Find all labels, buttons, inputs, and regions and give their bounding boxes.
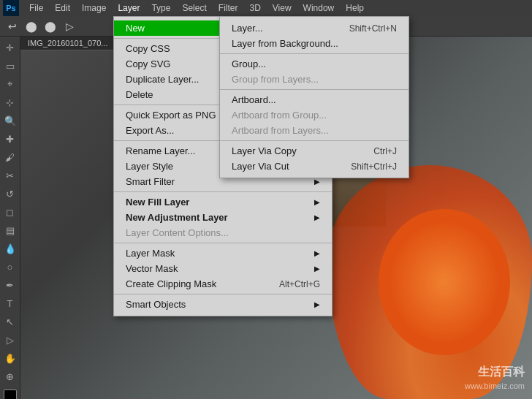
layer-menu-clipping-mask[interactable]: Create Clipping Mask Alt+Ctrl+G — [114, 276, 332, 292]
smart-objects-arrow-icon: ▶ — [314, 300, 320, 308]
sub-layer-via-cut-label: Layer Via Cut — [232, 161, 289, 172]
tool-brush[interactable]: 🖌 — [1, 149, 19, 166]
content-options-label: Layer Content Options... — [126, 227, 229, 238]
tool-hand[interactable]: ✋ — [1, 350, 19, 367]
tool-type[interactable]: T — [1, 295, 19, 312]
new-adjustment-arrow-icon: ▶ — [314, 213, 320, 221]
new-fill-label: New Fill Layer — [126, 197, 189, 208]
new-sub-layer-via-copy[interactable]: Layer Via Copy Ctrl+J — [220, 143, 408, 159]
menu-help[interactable]: Help — [340, 1, 370, 15]
tool-history[interactable]: ↺ — [1, 186, 19, 202]
sub-artboard-from-group-label: Artboard from Group... — [232, 110, 327, 121]
menu-filter[interactable]: Filter — [213, 1, 244, 15]
layer-menu-new-label: New — [126, 23, 145, 34]
menu-3d[interactable]: 3D — [243, 1, 266, 15]
tool-zoom[interactable]: ⊕ — [1, 368, 19, 385]
left-sidebar: ✛ ▭ ⌖ ⊹ 🔍 ✚ 🖌 ✂ ↺ ◻ ▤ 💧 ○ ✒ T ↖ ▷ ✋ ⊕ — [0, 37, 20, 399]
menu-items: File Edit Image Layer Type Select Filter… — [23, 1, 370, 15]
new-sub-section-1: Layer... Shift+Ctrl+N Layer from Backgro… — [220, 18, 408, 54]
sub-layer-via-copy-shortcut: Ctrl+J — [373, 146, 397, 156]
layer-menu-vector-mask[interactable]: Vector Mask ▶ — [114, 261, 332, 276]
layer-menu-new-adjustment[interactable]: New Adjustment Layer ▶ — [114, 210, 332, 225]
new-sub-layer[interactable]: Layer... Shift+Ctrl+N — [220, 20, 408, 36]
new-adjustment-label: New Adjustment Layer — [126, 212, 228, 223]
toolbar-back-btn[interactable]: ↩ — [4, 18, 20, 34]
menu-view[interactable]: View — [267, 1, 297, 15]
sub-group-label: Group... — [232, 58, 266, 69]
copy-svg-label: Copy SVG — [126, 58, 170, 69]
tool-move[interactable]: ✛ — [1, 39, 19, 56]
sub-artboard-label: Artboard... — [232, 94, 276, 105]
tool-crop[interactable]: ⊹ — [1, 94, 19, 111]
toolbar-btn4[interactable]: ▷ — [61, 18, 77, 34]
clipping-mask-shortcut: Alt+Ctrl+G — [279, 279, 320, 289]
tool-blur[interactable]: 💧 — [1, 240, 19, 257]
tool-path-select[interactable]: ↖ — [1, 314, 19, 330]
menu-layer[interactable]: Layer — [112, 1, 145, 15]
delete-label: Delete — [126, 89, 153, 100]
new-sub-section-3: Artboard... Artboard from Group... Artbo… — [220, 90, 408, 141]
layer-style-label: Layer Style — [126, 161, 173, 172]
sub-group-from-layers-label: Group from Layers... — [232, 74, 319, 85]
smart-filter-arrow-icon: ▶ — [314, 178, 320, 186]
smart-objects-label: Smart Objects — [126, 299, 186, 310]
toolbar-btn2[interactable]: ⬤ — [23, 18, 39, 34]
new-sub-section-2: Group... Group from Layers... — [220, 54, 408, 90]
sub-layer-via-cut-shortcut: Shift+Ctrl+J — [351, 162, 397, 172]
new-sub-artboard[interactable]: Artboard... — [220, 92, 408, 107]
new-sub-group[interactable]: Group... — [220, 56, 408, 72]
tool-lasso[interactable]: ⌖ — [1, 76, 19, 93]
quick-export-label: Quick Export as PNG — [126, 110, 216, 121]
tool-clone[interactable]: ✂ — [1, 167, 19, 184]
layer-mask-arrow-icon: ▶ — [314, 249, 320, 257]
layer-menu-smart-objects[interactable]: Smart Objects ▶ — [114, 297, 332, 312]
vector-mask-arrow-icon: ▶ — [314, 265, 320, 273]
new-fill-arrow-icon: ▶ — [314, 198, 320, 206]
new-sub-artboard-from-layers[interactable]: Artboard from Layers... — [220, 123, 408, 138]
layer-menu-section-5: New Fill Layer ▶ New Adjustment Layer ▶ … — [114, 192, 332, 243]
duplicate-label: Duplicate Layer... — [126, 74, 199, 85]
tool-pen[interactable]: ✒ — [1, 277, 19, 294]
tool-fg-color[interactable] — [4, 390, 17, 399]
new-submenu: Layer... Shift+Ctrl+N Layer from Backgro… — [219, 16, 409, 178]
watermark: 生活百科 www.bimeiz.com — [465, 364, 525, 392]
toolbar-btn3[interactable]: ⬤ — [42, 18, 58, 34]
layer-menu-layer-mask[interactable]: Layer Mask ▶ — [114, 246, 332, 261]
menu-image[interactable]: Image — [76, 1, 112, 15]
rename-label: Rename Layer... — [126, 145, 195, 156]
layer-mask-label: Layer Mask — [126, 248, 175, 259]
tool-shape[interactable]: ▷ — [1, 332, 19, 349]
watermark-line2: www.bimeiz.com — [465, 381, 525, 392]
sub-layer-shortcut: Shift+Ctrl+N — [349, 23, 397, 34]
layer-menu-section-6: Layer Mask ▶ Vector Mask ▶ Create Clippi… — [114, 243, 332, 294]
layer-menu-new-fill[interactable]: New Fill Layer ▶ — [114, 194, 332, 210]
tool-heal[interactable]: ✚ — [1, 131, 19, 148]
menu-edit[interactable]: Edit — [49, 1, 76, 15]
ps-logo: Ps — [3, 0, 19, 16]
clipping-mask-label: Create Clipping Mask — [126, 278, 216, 289]
tool-select-rect[interactable]: ▭ — [1, 58, 19, 75]
menu-window[interactable]: Window — [297, 1, 341, 15]
new-sub-group-from-layers[interactable]: Group from Layers... — [220, 72, 408, 87]
tool-eraser[interactable]: ◻ — [1, 204, 19, 221]
watermark-line1: 生活百科 — [465, 364, 525, 380]
layer-menu-section-7: Smart Objects ▶ — [114, 294, 332, 314]
tool-gradient[interactable]: ▤ — [1, 222, 19, 239]
new-sub-layer-via-cut[interactable]: Layer Via Cut Shift+Ctrl+J — [220, 159, 408, 174]
copy-css-label: Copy CSS — [126, 43, 170, 54]
new-sub-layer-from-bg[interactable]: Layer from Background... — [220, 36, 408, 51]
layer-menu-content-options[interactable]: Layer Content Options... — [114, 225, 332, 240]
tool-dodge[interactable]: ○ — [1, 259, 19, 276]
sub-layer-label: Layer... — [232, 23, 263, 34]
menu-file[interactable]: File — [23, 1, 49, 15]
menu-select[interactable]: Select — [176, 1, 212, 15]
tool-eyedrop[interactable]: 🔍 — [1, 113, 19, 129]
export-as-label: Export As... — [126, 125, 174, 136]
toy-face-decoration — [379, 209, 510, 355]
menu-bar: Ps File Edit Image Layer Type Select Fil… — [0, 0, 532, 16]
new-sub-artboard-from-group[interactable]: Artboard from Group... — [220, 107, 408, 123]
vector-mask-label: Vector Mask — [126, 263, 178, 274]
menu-type[interactable]: Type — [145, 1, 176, 15]
file-tab[interactable]: IMG_20160101_070... — [20, 37, 115, 50]
sub-layer-via-copy-label: Layer Via Copy — [232, 145, 297, 156]
